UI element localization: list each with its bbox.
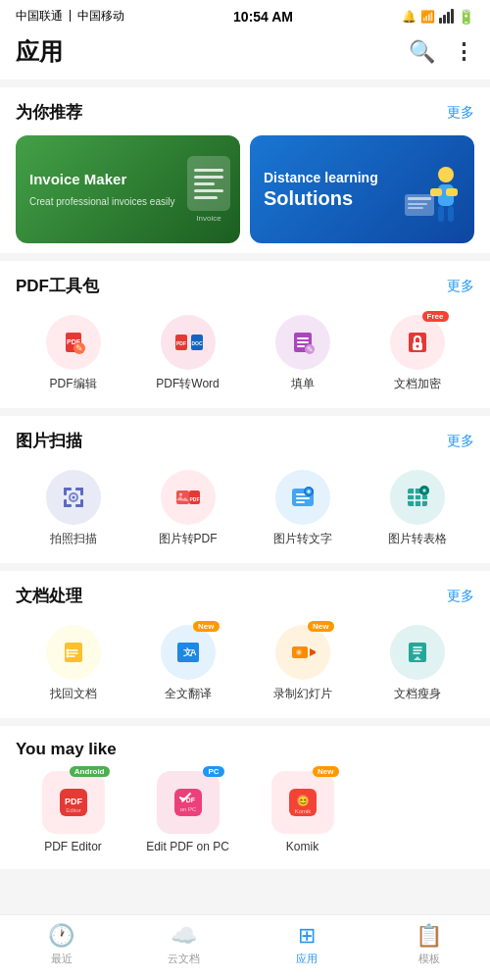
tool-photo-scan[interactable]: 拍照扫描 xyxy=(16,464,130,553)
tool-pdf-word[interactable]: PDF → DOC PDF转Word xyxy=(130,309,245,398)
svg-text:✎: ✎ xyxy=(306,345,313,354)
svg-point-0 xyxy=(438,167,454,182)
status-carriers: 中国联通 | 中国移动 xyxy=(16,8,124,25)
img-pdf-icon-wrap: PDF xyxy=(161,470,216,525)
tool-img-text[interactable]: 图片转文字 xyxy=(245,464,360,553)
svg-point-61 xyxy=(66,655,69,658)
svg-rect-29 xyxy=(64,488,67,495)
tool-record-ppt[interactable]: New 录制幻灯片 xyxy=(245,619,360,708)
pdf-edit-icon-wrap: PDF ✎ xyxy=(46,315,101,370)
pdf-editor-android-badge: Android xyxy=(70,766,110,777)
recover-doc-label: 找回文档 xyxy=(50,686,97,702)
svg-rect-35 xyxy=(80,499,83,507)
nav-recent-label: 最近 xyxy=(51,952,73,966)
pdf-word-icon-wrap: PDF → DOC xyxy=(161,315,216,370)
yml-komik[interactable]: 😊 Komik New Komik xyxy=(245,771,360,853)
nav-cloud-label: 云文档 xyxy=(168,952,200,966)
status-bar: 中国联通 | 中国移动 10:54 AM 🔔 📶 🔋 xyxy=(0,0,490,28)
svg-point-27 xyxy=(416,345,418,348)
svg-text:Editor: Editor xyxy=(66,807,81,813)
svg-point-38 xyxy=(72,496,74,499)
invoice-banner[interactable]: Invoice Maker Creat professional invoice… xyxy=(16,135,240,243)
wifi-icon: 📶 xyxy=(420,10,435,24)
svg-rect-39 xyxy=(176,490,189,504)
nav-templates[interactable]: 📋 模板 xyxy=(368,923,490,966)
record-ppt-label: 录制幻灯片 xyxy=(273,686,332,702)
nav-recent-icon: 🕐 xyxy=(48,923,74,949)
pdf-word-label: PDF转Word xyxy=(156,376,219,392)
pdf-editor-label: PDF Editor xyxy=(44,840,102,853)
tool-img-pdf[interactable]: PDF 图片转PDF xyxy=(130,464,245,553)
nav-cloud[interactable]: ☁️ 云文档 xyxy=(122,923,245,966)
svg-rect-20 xyxy=(297,337,309,339)
docs-section: 文档处理 更多 找回文档 文 xyxy=(0,571,490,718)
tool-compress-doc[interactable]: 文档瘦身 xyxy=(360,619,474,708)
translate-new-badge: New xyxy=(193,621,219,632)
yml-pdf-editor[interactable]: PDF Editor Android PDF Editor xyxy=(16,771,130,853)
tool-doc-encrypt[interactable]: Free 文档加密 xyxy=(360,309,474,398)
edit-pdf-pc-app-icon: PDF on PC xyxy=(171,785,206,820)
svg-point-49 xyxy=(307,490,310,493)
pdf-section: PDF工具包 更多 PDF ✎ PDF编辑 PDF → xyxy=(0,261,490,408)
photo-scan-icon xyxy=(60,484,87,511)
img-pdf-label: 图片转PDF xyxy=(159,531,218,547)
tool-translate[interactable]: 文 A New 全文翻译 xyxy=(130,619,245,708)
translate-icon-wrap: 文 A New xyxy=(161,625,216,680)
nav-cloud-icon: ☁️ xyxy=(171,923,197,949)
free-badge: Free xyxy=(422,311,449,322)
img-table-label: 图片转表格 xyxy=(388,531,447,547)
svg-point-68 xyxy=(297,651,300,654)
yml-edit-pdf-pc[interactable]: PDF on PC PC Edit PDF on PC xyxy=(130,771,245,853)
distance-banner[interactable]: Distance learning Solutions xyxy=(250,135,474,243)
recommend-more[interactable]: 更多 xyxy=(447,104,474,122)
svg-text:PDF: PDF xyxy=(189,496,199,502)
svg-text:on PC: on PC xyxy=(179,806,196,812)
svg-text:PDF: PDF xyxy=(65,797,83,806)
nav-apps[interactable]: ⊞ 应用 xyxy=(245,923,368,966)
search-icon[interactable]: 🔍 xyxy=(409,39,435,65)
status-icons: 🔔 📶 🔋 xyxy=(402,9,474,25)
docs-more[interactable]: 更多 xyxy=(447,588,474,605)
svg-point-60 xyxy=(66,652,69,655)
carrier-1: 中国联通 xyxy=(16,8,63,25)
translate-icon: 文 A xyxy=(174,639,202,666)
doc-encrypt-label: 文档加密 xyxy=(394,376,441,392)
record-ppt-new-badge: New xyxy=(308,621,333,632)
tool-recover-doc[interactable]: 找回文档 xyxy=(16,619,130,708)
you-may-like-title: You may like xyxy=(16,740,117,758)
you-may-like-grid: PDF Editor Android PDF Editor PDF on PC … xyxy=(16,771,474,853)
svg-rect-46 xyxy=(296,501,305,503)
fill-form-icon: ✎ xyxy=(289,329,317,356)
scan-more[interactable]: 更多 xyxy=(447,433,474,450)
docs-tools-grid: 找回文档 文 A New 全文翻译 xyxy=(16,619,474,708)
img-pdf-icon: PDF xyxy=(174,484,202,511)
nav-templates-icon: 📋 xyxy=(416,923,442,949)
distance-line1: Distance learning xyxy=(264,169,378,186)
fill-form-label: 填单 xyxy=(291,376,315,392)
pdf-more[interactable]: 更多 xyxy=(447,278,474,295)
signal-icon xyxy=(439,9,454,24)
tool-fill-form[interactable]: ✎ 填单 xyxy=(245,309,360,398)
photo-scan-icon-wrap xyxy=(46,470,101,525)
page-title: 应用 xyxy=(16,36,63,68)
svg-point-59 xyxy=(66,649,69,652)
svg-rect-21 xyxy=(297,341,309,343)
svg-rect-4 xyxy=(438,206,444,222)
nav-apps-label: 应用 xyxy=(296,952,318,966)
img-text-icon xyxy=(289,484,317,511)
record-ppt-icon-wrap: New xyxy=(275,625,330,680)
compress-doc-icon xyxy=(404,639,431,666)
recommend-header: 为你推荐 更多 xyxy=(16,101,474,124)
img-text-icon-wrap xyxy=(275,470,330,525)
alarm-icon: 🔔 xyxy=(402,10,416,24)
svg-text:😊: 😊 xyxy=(297,795,310,807)
more-options-icon[interactable]: ⋮ xyxy=(453,39,474,65)
svg-rect-22 xyxy=(297,345,305,347)
img-table-icon-wrap xyxy=(390,470,445,525)
distance-illustration xyxy=(395,155,468,237)
tool-img-table[interactable]: 图片转表格 xyxy=(360,464,474,553)
header: 应用 🔍 ⋮ xyxy=(0,28,490,79)
invoice-banner-title: Invoice Maker xyxy=(29,170,174,189)
nav-recent[interactable]: 🕐 最近 xyxy=(0,923,122,966)
tool-pdf-edit[interactable]: PDF ✎ PDF编辑 xyxy=(16,309,130,398)
